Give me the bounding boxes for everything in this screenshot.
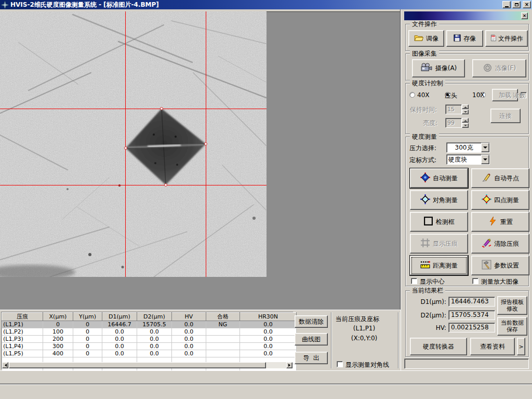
column-header[interactable]: D2(μm): [137, 313, 172, 321]
table-row[interactable]: (L1,P3)20000.00.00.00.0: [2, 336, 297, 343]
column-header[interactable]: 合格: [206, 313, 240, 321]
coord-indent-id: (L1,P1): [336, 325, 393, 332]
calib-mode-label: 定标方式:: [409, 156, 436, 165]
hv-label: HV:: [409, 324, 446, 331]
doc-file-icon: DOC: [490, 34, 497, 43]
column-header[interactable]: Y(μm): [73, 313, 102, 321]
force-select-dropdown[interactable]: 300克: [446, 142, 490, 153]
scroll-right-button[interactable]: [286, 362, 292, 368]
scroll-right-icon: [288, 364, 292, 367]
four-point-measure-button[interactable]: 四点测量: [471, 190, 529, 210]
hv-value-field: 0.00215258: [448, 323, 495, 332]
reset-button[interactable]: 重置: [471, 212, 529, 232]
column-header[interactable]: HV: [172, 313, 206, 321]
save-data-label-1: 当前数据: [501, 320, 524, 326]
file-group: 文件操作 调像 存像 DOC 文件操作: [405, 24, 529, 51]
freeze-icon: [483, 63, 493, 74]
restore-button[interactable]: [512, 1, 521, 8]
calib-dropdown-arrow-icon[interactable]: [481, 155, 489, 164]
table-row[interactable]: (L1,P5)40000.00.00.00.0: [2, 350, 297, 357]
table-row[interactable]: (L1,P4)30000.00.00.00.0: [2, 343, 297, 350]
magnify-label: 测量放大图像: [481, 277, 518, 286]
brightness-label: 亮度:: [423, 119, 437, 128]
table-row[interactable]: (L1,P2)10000.00.00.00.0: [2, 328, 297, 336]
scrollbar-thumb[interactable]: [9, 362, 266, 368]
export-button[interactable]: 导 出: [295, 352, 328, 364]
restore-icon: [515, 3, 518, 6]
panel-status-field: [404, 358, 529, 369]
panel-close-button[interactable]: ×: [521, 12, 528, 19]
hold-time-stepper[interactable]: [462, 104, 469, 114]
micrograph-viewport[interactable]: [0, 11, 267, 277]
radio-10x-label: 10X: [472, 91, 485, 99]
calib-mode-dropdown[interactable]: 硬度块: [446, 154, 490, 165]
result-group: 当前结果栏 D1(μm): 16446.7463 D2(μm): 15705.5…: [405, 290, 529, 357]
radio-40x[interactable]: [409, 92, 415, 98]
auto-seek-button[interactable]: 自动寻点: [471, 168, 529, 188]
table-hscrollbar[interactable]: [2, 362, 292, 368]
detect-frame-button[interactable]: 检测框: [410, 212, 468, 232]
d1-label: D1(μm):: [409, 298, 446, 305]
column-header[interactable]: D1(μm): [102, 313, 137, 321]
close-button[interactable]: ×: [523, 1, 531, 8]
save-image-button[interactable]: 存像: [446, 30, 483, 47]
file-operations-button[interactable]: DOC 文件操作: [485, 30, 528, 47]
connect-button[interactable]: 连接: [490, 109, 521, 123]
param-settings-icon: [482, 260, 491, 271]
column-header[interactable]: 压痕: [2, 313, 43, 321]
force-dropdown-arrow-icon[interactable]: [481, 143, 489, 152]
brightness-field[interactable]: 99: [445, 118, 462, 128]
curve-chart-button[interactable]: 曲线图: [295, 333, 328, 345]
freeze-button[interactable]: 冻像(F): [472, 59, 526, 77]
tester-group-title: 硬度计控制: [410, 79, 445, 87]
table-row[interactable]: (L1,P1)0016446.715705.50.0NG0.0: [2, 321, 297, 328]
show-diagonal-checkbox[interactable]: [337, 361, 343, 367]
more-button[interactable]: >: [517, 338, 525, 355]
show-diagonal-label: 显示测量对角线: [345, 361, 389, 369]
scroll-left-button[interactable]: [2, 362, 8, 368]
hold-time-field[interactable]: 15: [445, 104, 462, 114]
section-divider: [331, 312, 332, 368]
diagonal-measure-label: 对角测量: [433, 196, 458, 205]
diagonal-measure-button[interactable]: 对角测量: [410, 190, 468, 210]
show-indent-button[interactable]: 显示压痕: [410, 234, 468, 254]
force-select-value: 300克: [447, 143, 481, 152]
save-data-button[interactable]: 当前数据 保存: [497, 317, 527, 336]
radio-indenter-label: 压头: [445, 91, 457, 100]
file-group-title: 文件操作: [410, 20, 439, 28]
column-header[interactable]: HR30N: [240, 313, 297, 321]
distance-measure-button[interactable]: 距离测量: [410, 256, 468, 275]
minimize-button[interactable]: [502, 1, 511, 8]
file-operations-label: 文件操作: [498, 34, 523, 43]
view-info-button[interactable]: 查看资料: [470, 338, 515, 355]
brightness-stepper[interactable]: [462, 118, 469, 128]
camera-button[interactable]: 摄像(A): [412, 59, 465, 77]
camera-icon: [420, 63, 433, 74]
reset-label: 重置: [500, 218, 513, 227]
load-image-button[interactable]: 调像: [408, 30, 444, 47]
clear-indent-button[interactable]: 清除压痕: [471, 234, 529, 254]
svg-text:DOC: DOC: [492, 35, 495, 37]
freeze-label: 冻像(F): [495, 64, 516, 73]
hardness-converter-button[interactable]: 硬度转换器: [410, 338, 467, 355]
distance-measure-label: 距离测量: [433, 261, 458, 270]
auto-measure-button[interactable]: 自动测量: [410, 168, 468, 188]
show-center-label: 显示中心: [420, 277, 445, 286]
camera-label: 摄像(A): [435, 64, 457, 73]
results-table-wrapper: 压痕X(μm)Y(μm)D1(μm)D2(μm)HV合格HR30N (L1,P1…: [1, 312, 294, 369]
clear-indent-icon: [482, 238, 491, 249]
param-settings-button[interactable]: 参数设置: [471, 256, 529, 275]
show-center-checkbox[interactable]: [411, 278, 417, 284]
report-template-label-1: 报告模板: [501, 299, 524, 305]
data-section: 压痕X(μm)Y(μm)D1(μm)D2(μm)HV合格HR30N (L1,P1…: [0, 310, 401, 370]
report-template-label-2: 修改: [507, 305, 518, 312]
report-template-button[interactable]: 报告模板 修改: [497, 296, 527, 315]
taskbar: 开始 e Eye Q msn e 百度MP3搜... 4 Window... W…: [0, 384, 532, 399]
magnify-checkbox[interactable]: [472, 278, 478, 284]
column-header[interactable]: X(μm): [43, 313, 73, 321]
auto-seek-label: 自动寻点: [494, 174, 519, 183]
tester-group: 硬度计控制 40X 压头 10X 加载 读数 读数 保持时间: 15 亮度: 9…: [405, 83, 529, 134]
app-icon[interactable]: [1, 1, 9, 9]
results-table-header[interactable]: 压痕X(μm)Y(μm)D1(μm)D2(μm)HV合格HR30N: [2, 313, 297, 321]
clear-data-button[interactable]: 数据清除: [295, 315, 328, 328]
